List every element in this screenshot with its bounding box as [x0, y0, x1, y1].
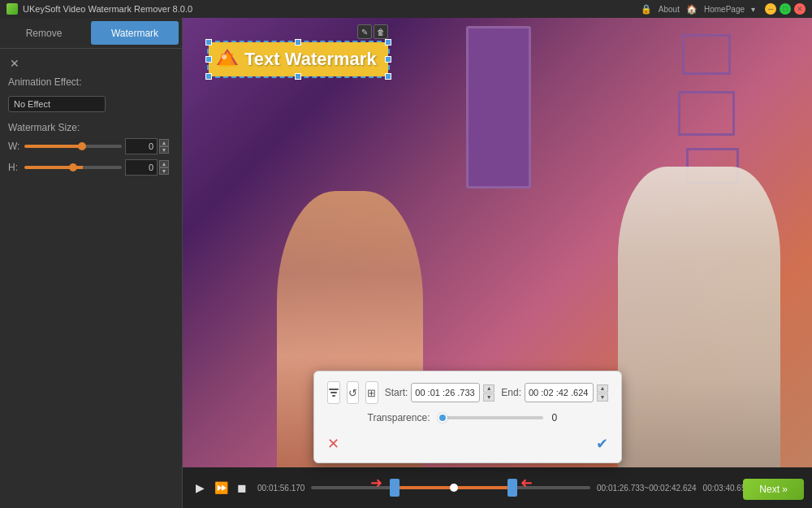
height-spinners: ▲ ▼ — [159, 160, 169, 175]
resize-handle-tm[interactable] — [295, 39, 301, 46]
panel-close-button[interactable]: ✕ — [8, 57, 21, 70]
popup-refresh-button[interactable]: ↺ — [347, 381, 359, 404]
height-slider[interactable] — [24, 166, 122, 169]
time-inputs: Start: ▲ ▼ End: ▲ ▼ — [385, 383, 608, 402]
watermark-toolbar: ✎ 🗑 — [357, 24, 388, 39]
start-time-input[interactable] — [411, 383, 480, 402]
start-time-spinner: ▲ ▼ — [483, 384, 495, 402]
watermark-overlay[interactable]: ✎ 🗑 Text Watermark — [207, 41, 390, 78]
timeline-playhead[interactable] — [450, 484, 458, 492]
start-time-down-button[interactable]: ▼ — [483, 393, 495, 402]
timeline-area: ▶ ⏩ ◼ 00:01:56.170 ➜ ➜ 00:01:26.733~00:0… — [183, 467, 812, 508]
popup-toolbar: ↺ ⊞ Start: ▲ ▼ End: — [327, 381, 608, 404]
height-decrement-button[interactable]: ▼ — [159, 167, 169, 175]
end-time-input[interactable] — [525, 383, 594, 402]
resize-handle-tr[interactable] — [385, 39, 391, 46]
homepage-link[interactable]: HomePage — [704, 5, 745, 14]
watermark-edit-button[interactable]: ✎ — [357, 24, 372, 39]
resize-handle-mr[interactable] — [385, 56, 391, 63]
height-row: H: ▲ ▼ — [8, 159, 174, 176]
main-area: ✎ 🗑 Text Watermark — [183, 18, 812, 508]
end-time-group: End: ▲ ▼ — [501, 383, 608, 402]
width-slider[interactable] — [24, 145, 122, 148]
title-bar-left: UKeySoft Video Watermark Remover 8.0.0 — [6, 3, 192, 15]
svg-rect-5 — [330, 392, 337, 393]
popup-grid-button[interactable]: ⊞ — [365, 381, 378, 404]
end-time-spinner: ▲ ▼ — [597, 384, 608, 402]
tab-remove[interactable]: Remove — [0, 18, 88, 48]
left-panel-tabs: Remove Watermark — [0, 18, 182, 49]
svg-point-3 — [222, 54, 227, 59]
timeline-handle-right[interactable] — [508, 479, 517, 497]
end-label: End: — [501, 387, 521, 398]
app-title: UKeySoft Video Watermark Remover 8.0.0 — [23, 4, 192, 14]
width-spinners: ▲ ▼ — [159, 139, 169, 154]
popup-cancel-button[interactable]: ✕ — [327, 435, 339, 453]
lock-icon: 🔒 — [641, 4, 652, 15]
transparence-row: Transparence: 0 — [327, 412, 608, 423]
bg-rect1 — [682, 34, 731, 75]
chevron-down-icon[interactable]: ▾ — [751, 5, 755, 14]
height-value-input[interactable] — [125, 159, 158, 176]
width-decrement-button[interactable]: ▼ — [159, 146, 169, 154]
start-time-up-button[interactable]: ▲ — [483, 384, 495, 393]
watermark-delete-button[interactable]: 🗑 — [374, 24, 388, 39]
window-controls: ─ □ ✕ — [765, 3, 806, 15]
left-panel: Remove Watermark ✕ Animation Effect: No … — [0, 18, 183, 508]
trans-value: 0 — [551, 412, 568, 423]
animation-effect-row: Animation Effect: — [8, 76, 174, 88]
play-button[interactable]: ▶ — [191, 479, 209, 497]
timeline-track-wrapper[interactable]: ➜ ➜ — [311, 475, 590, 500]
popup-panel: ↺ ⊞ Start: ▲ ▼ End: — [313, 371, 622, 463]
next-button[interactable]: Next » — [743, 479, 804, 500]
resize-handle-bl[interactable] — [205, 73, 212, 80]
animation-label: Animation Effect: — [8, 76, 89, 88]
popup-footer: ✕ ✔ — [327, 432, 608, 453]
end-time-down-button[interactable]: ▼ — [597, 393, 608, 402]
effect-select[interactable]: No Effect — [8, 96, 106, 112]
trans-label: Transparence: — [368, 412, 430, 423]
step-forward-button[interactable]: ⏩ — [212, 479, 230, 497]
width-row: W: ▲ ▼ — [8, 138, 174, 154]
about-link[interactable]: About — [659, 5, 680, 14]
title-bar-nav: 🔒 About 🏠 HomePage ▾ — [641, 4, 755, 15]
start-time-group: Start: ▲ ▼ — [385, 383, 495, 402]
minimize-button[interactable]: ─ — [765, 3, 776, 15]
resize-handle-br[interactable] — [385, 73, 391, 80]
home-icon: 🏠 — [686, 4, 698, 15]
range-time-label: 00:01:26.733~00:02:42.624 — [597, 484, 697, 493]
resize-handle-tl[interactable] — [205, 39, 212, 46]
watermark-content: Text Watermark — [209, 42, 388, 76]
tab-watermark[interactable]: Watermark — [91, 21, 179, 45]
current-time-label: 00:01:56.170 — [257, 484, 304, 493]
start-label: Start: — [385, 387, 408, 398]
timeline-handle-left[interactable] — [390, 479, 400, 497]
width-value-input[interactable] — [125, 138, 158, 154]
svg-rect-6 — [332, 395, 335, 397]
filter-icon — [328, 387, 339, 398]
popup-confirm-button[interactable]: ✔ — [596, 435, 608, 453]
maximize-button[interactable]: □ — [780, 3, 791, 15]
h-label: H: — [8, 162, 24, 173]
watermark-size-label: Watermark Size: — [8, 122, 174, 133]
person-right — [618, 167, 780, 467]
popup-filter-button[interactable] — [327, 381, 340, 404]
bg-rect2 — [678, 91, 735, 136]
app-icon — [6, 3, 18, 15]
svg-rect-4 — [329, 389, 339, 390]
height-increment-button[interactable]: ▲ — [159, 160, 169, 167]
width-increment-button[interactable]: ▲ — [159, 139, 169, 146]
watermark-text: Text Watermark — [244, 49, 377, 70]
play-controls: ▶ ⏩ ◼ — [191, 479, 251, 497]
resize-handle-bm[interactable] — [295, 73, 301, 80]
close-button[interactable]: ✕ — [794, 3, 806, 15]
app-container: Remove Watermark ✕ Animation Effect: No … — [0, 18, 812, 508]
left-panel-content: ✕ Animation Effect: No Effect Watermark … — [0, 49, 182, 508]
transparence-slider[interactable] — [438, 416, 543, 419]
resize-handle-ml[interactable] — [205, 56, 212, 63]
w-label: W: — [8, 141, 24, 152]
end-time-up-button[interactable]: ▲ — [597, 384, 608, 393]
title-bar: UKeySoft Video Watermark Remover 8.0.0 🔒… — [0, 0, 812, 18]
stop-button[interactable]: ◼ — [233, 479, 251, 497]
bg-door — [466, 26, 531, 189]
